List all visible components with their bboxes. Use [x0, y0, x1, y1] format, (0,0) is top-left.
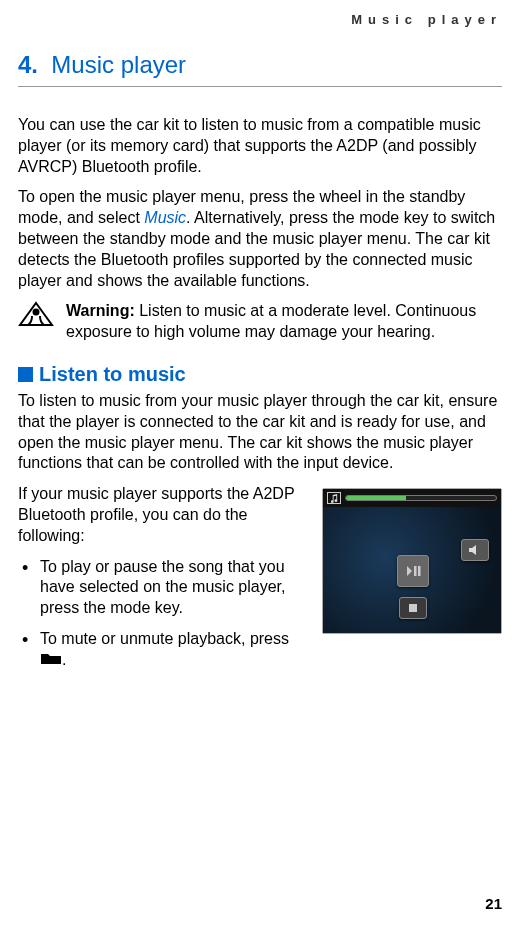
warning-icon [18, 301, 56, 335]
music-note-icon [327, 492, 341, 504]
progress-bar [345, 495, 497, 501]
svg-point-1 [33, 309, 40, 316]
warning-label: Warning: [66, 302, 135, 319]
title-rule [18, 86, 502, 87]
bullet-2-suffix: . [62, 651, 66, 668]
chapter-title: 4. Music player [18, 49, 502, 80]
list-item: To play or pause the song that you have … [18, 557, 502, 619]
section-heading-text: Listen to music [39, 361, 186, 387]
warning-text: Warning: Listen to music at a moderate l… [66, 301, 502, 343]
running-header: Music player [18, 12, 502, 29]
bullet-list: To play or pause the song that you have … [18, 557, 502, 671]
music-link[interactable]: Music [144, 209, 186, 226]
square-bullet-icon [18, 367, 33, 382]
folder-key-icon [40, 650, 62, 671]
chapter-name: Music player [51, 51, 186, 78]
intro-paragraph-2: To open the music player menu, press the… [18, 187, 502, 291]
warning-block: Warning: Listen to music at a moderate l… [18, 301, 502, 343]
section-heading-listen: Listen to music [18, 361, 502, 387]
listen-paragraph-1: To listen to music from your music playe… [18, 391, 502, 474]
chapter-number: 4. [18, 51, 38, 78]
device-statusbar [323, 489, 501, 507]
list-item: To mute or unmute playback, press . [18, 629, 502, 671]
intro-paragraph-1: You can use the car kit to listen to mus… [18, 115, 502, 177]
page-number: 21 [485, 894, 502, 914]
bullet-2-text: To mute or unmute playback, press [40, 630, 289, 647]
